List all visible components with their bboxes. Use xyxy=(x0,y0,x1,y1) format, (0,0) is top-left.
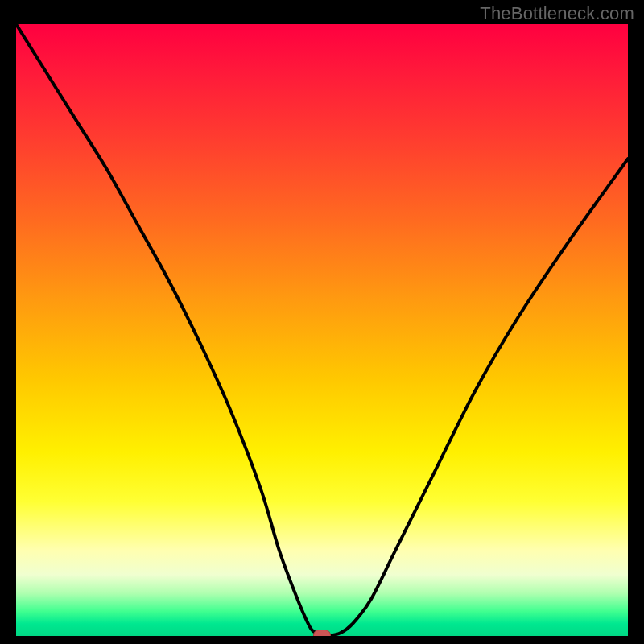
curve-svg xyxy=(16,24,628,636)
minimum-marker xyxy=(313,630,331,636)
watermark-text: TheBottleneck.com xyxy=(480,3,634,24)
plot-area xyxy=(16,24,628,636)
bottleneck-curve xyxy=(16,24,628,636)
chart-container: TheBottleneck.com xyxy=(0,0,644,644)
